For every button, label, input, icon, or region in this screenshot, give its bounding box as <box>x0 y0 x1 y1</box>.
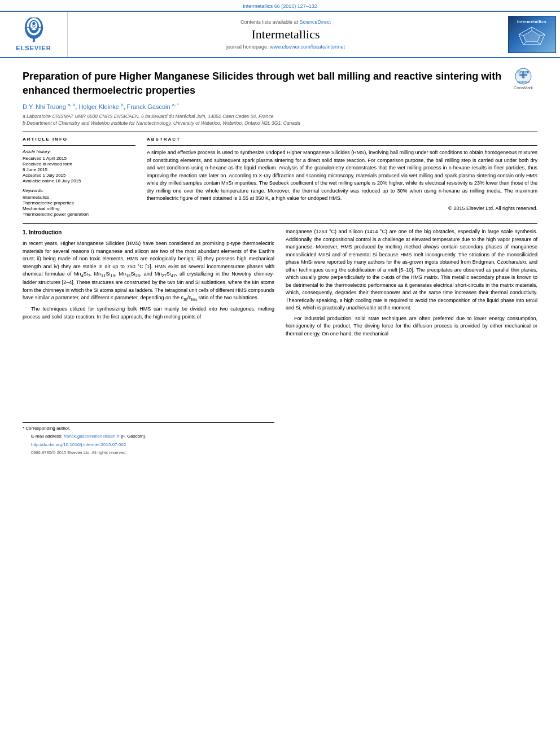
email-link[interactable]: franck.gascoin@ensicaen.fr <box>64 434 120 439</box>
intermetallics-badge: Intermetallics <box>508 16 556 53</box>
svg-rect-19 <box>519 74 527 76</box>
svg-point-5 <box>32 22 35 25</box>
crossmark-section[interactable]: Check for updates CrossMark <box>509 68 537 90</box>
keyword-4: Thermoelectric power generation <box>23 212 135 217</box>
email-label: E-mail address: <box>31 434 63 439</box>
contents-available-line: Contents lists available at ScienceDirec… <box>240 19 331 25</box>
affiliations: a Laboratoire CRISMAT UMR 6508 CNRS ENSI… <box>23 113 537 126</box>
badge-graphic-icon <box>518 26 546 46</box>
intro-para1: In recent years, Higher Manganese Silici… <box>23 240 274 303</box>
issn-line: 0966-9795/© 2015 Elsevier Ltd. All right… <box>23 449 274 456</box>
badge-title: Intermetallics <box>513 20 551 24</box>
title-row: Preparation of pure Higher Manganese Sil… <box>23 65 537 103</box>
article-info-header: ARTICLE INFO <box>23 137 135 142</box>
svg-text:updates: updates <box>517 80 529 84</box>
keywords-section: Keywords: Intermetallics Thermoelectric … <box>23 188 135 217</box>
elsevier-wordmark: ELSEVIER <box>16 45 51 51</box>
doi-link[interactable]: http://dx.doi.org/10.1016/j.intermet.201… <box>23 442 274 448</box>
journal-name-header: Intermetallics <box>252 27 320 42</box>
accepted-date: Accepted 1 July 2015 <box>23 173 135 178</box>
right-para2: For industrial production, solid state t… <box>286 315 537 338</box>
email-suffix: (F. Gascoin). <box>121 434 146 439</box>
received-revised-label: Received in revised form <box>23 161 135 167</box>
article-title: Preparation of pure Higher Manganese Sil… <box>23 65 504 98</box>
right-column: manganese (1263 °C) and silicon (1414 °C… <box>286 228 537 457</box>
abstract-divider <box>147 145 537 146</box>
journal-reference: Intermetallics 66 (2015) 127–132 <box>0 0 560 11</box>
keyword-1: Intermetallics <box>23 195 135 200</box>
homepage-link[interactable]: www.elsevier.com/locate/intermet <box>270 44 345 50</box>
journal-header: ELSEVIER Contents lists available at Sci… <box>0 11 560 58</box>
journal-ref-text: Intermetallics 66 (2015) 127–132 <box>243 3 317 9</box>
affiliation-a: a Laboratoire CRISMAT UMR 6508 CNRS ENSI… <box>23 113 537 119</box>
intro-para2: The techniques utilized for synthesizing… <box>23 305 274 321</box>
content-divider <box>23 223 537 224</box>
header-center-info: Contents lists available at ScienceDirec… <box>68 12 504 57</box>
keyword-2: Thermoelectric properties <box>23 200 135 206</box>
article-info-panel: ARTICLE INFO Article history: Received 1… <box>23 137 135 217</box>
email-line: E-mail address: franck.gascoin@ensicaen.… <box>23 433 274 440</box>
authors-line: D.Y. Nhi Truong a, b, Holger Kleinke b, … <box>23 103 537 110</box>
corresponding-author: * Corresponding author. <box>23 425 274 432</box>
received-date: Received 1 April 2015 <box>23 156 135 161</box>
abstract-section: ABSTRACT A simple and effective process … <box>147 137 537 217</box>
abstract-paragraph: A simple and effective process is used t… <box>147 149 537 203</box>
elsevier-logo-section: ELSEVIER <box>0 12 68 57</box>
article-history: Article history: Received 1 April 2015 R… <box>23 149 135 184</box>
main-content: Preparation of pure Higher Manganese Sil… <box>0 58 560 464</box>
homepage-line: journal homepage: www.elsevier.com/locat… <box>226 44 345 50</box>
left-column: 1. Introduction In recent years, Higher … <box>23 228 274 457</box>
info-divider <box>23 145 135 146</box>
available-online: Available online 18 July 2015 <box>23 178 135 184</box>
keyword-3: Mechanical milling <box>23 206 135 211</box>
info-abstract-row: ARTICLE INFO Article history: Received 1… <box>23 132 537 217</box>
crossmark-icon: Check for updates <box>515 68 532 85</box>
body-columns: 1. Introduction In recent years, Higher … <box>23 228 537 457</box>
journal-badge-section: Intermetallics <box>504 12 560 57</box>
affiliation-b: b Department of Chemistry and Waterloo I… <box>23 120 537 126</box>
footnotes-section: * Corresponding author. E-mail address: … <box>23 422 274 456</box>
crossmark-label: CrossMark <box>514 86 533 90</box>
history-label: Article history: <box>23 149 135 154</box>
copyright-notice: © 2015 Elsevier Ltd. All rights reserved… <box>147 205 537 213</box>
abstract-text: A simple and effective process is used t… <box>147 149 537 212</box>
section-label: Introduction <box>29 229 62 235</box>
section-number: 1. <box>23 229 29 235</box>
keywords-label: Keywords: <box>23 188 135 193</box>
elsevier-tree-icon <box>17 18 51 43</box>
introduction-title: 1. Introduction <box>23 228 274 237</box>
page-wrapper: Intermetallics 66 (2015) 127–132 <box>0 0 560 747</box>
received-revised-date: 8 June 2015 <box>23 167 135 172</box>
abstract-header: ABSTRACT <box>147 137 537 142</box>
right-para1: manganese (1263 °C) and silicon (1414 °C… <box>286 228 537 312</box>
elsevier-logo: ELSEVIER <box>16 18 51 51</box>
